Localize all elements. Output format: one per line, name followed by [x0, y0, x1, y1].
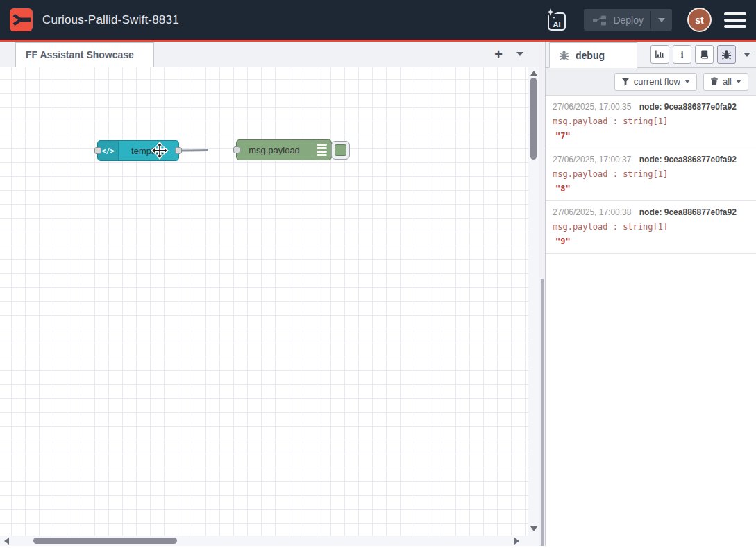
list-lines-icon: [312, 140, 331, 160]
chevron-down-icon: [516, 52, 523, 56]
scroll-left-arrow-icon[interactable]: [4, 538, 9, 545]
debug-message-meta: 27/06/2025, 17:00:38 node: 9cea886877e0f…: [553, 207, 749, 217]
wire-template-to-debug[interactable]: [180, 150, 208, 151]
debug-message-meta: 27/06/2025, 17:00:35 node: 9cea886877e0f…: [553, 102, 749, 112]
workspace-column: FF Assistant Showcase + </> template: [0, 42, 539, 546]
scroll-down-arrow-icon[interactable]: [530, 526, 537, 531]
sidebar-options-button[interactable]: [744, 53, 750, 57]
message-value: "8": [553, 184, 749, 194]
main-menu-button[interactable]: [724, 12, 746, 28]
main-area: FF Assistant Showcase + </> template: [0, 42, 756, 546]
chart-icon: [655, 49, 665, 60]
flow-list-button[interactable]: [516, 52, 523, 56]
trash-icon: [710, 77, 719, 86]
filter-label: current flow: [634, 76, 680, 87]
tab-actions: +: [494, 42, 539, 67]
dashboard-chart-button[interactable]: [650, 45, 669, 64]
flow-tab-active[interactable]: FF Assistant Showcase: [15, 42, 154, 67]
debug-message[interactable]: 27/06/2025, 17:00:37 node: 9cea886877e0f…: [546, 148, 756, 201]
sidebar: debug i: [546, 42, 756, 546]
node-debug[interactable]: msg.payload: [236, 139, 332, 160]
svg-text:i: i: [681, 49, 684, 60]
timestamp: 27/06/2025, 17:00:37: [553, 155, 631, 164]
node-id: node: 9cea886877e0fa92: [639, 155, 737, 164]
timestamp: 27/06/2025, 17:00:35: [553, 102, 631, 112]
deploy-options-button[interactable]: [650, 11, 672, 29]
horizontal-scroll-thumb[interactable]: [33, 538, 177, 544]
vertical-scrollbar[interactable]: [528, 67, 539, 536]
sidebar-tab-debug[interactable]: debug: [549, 42, 637, 68]
message-property[interactable]: msg.payload : string[1]: [553, 117, 749, 126]
debug-enable-toggle[interactable]: [331, 141, 350, 160]
flowfuse-logo: [10, 8, 33, 31]
avatar-initials: st: [695, 15, 703, 26]
book-icon: [699, 49, 709, 60]
help-book-button[interactable]: [695, 45, 714, 64]
output-port[interactable]: [175, 147, 182, 154]
vertical-scroll-thumb[interactable]: [530, 78, 537, 160]
hamburger-menu-icon: [724, 19, 746, 22]
message-value: "7": [553, 131, 749, 141]
input-port[interactable]: [94, 147, 101, 154]
deploy-nodes-icon: [592, 13, 607, 27]
scroll-right-arrow-icon[interactable]: [514, 538, 519, 545]
sidebar-tab-label: debug: [576, 50, 605, 61]
bug-icon: [721, 49, 732, 60]
input-port[interactable]: [233, 146, 240, 153]
instance-title: Curious-Pallid-Swift-8831: [42, 13, 179, 27]
chevron-down-icon: [744, 53, 750, 57]
debug-message[interactable]: 27/06/2025, 17:00:38 node: 9cea886877e0f…: [546, 201, 756, 254]
node-id: node: 9cea886877e0fa92: [639, 207, 737, 217]
add-flow-button[interactable]: +: [494, 47, 503, 61]
debug-tab-button[interactable]: [717, 45, 736, 64]
horizontal-scrollbar[interactable]: [0, 536, 539, 546]
clear-label: all: [723, 76, 732, 87]
splitter-grip: [541, 279, 544, 546]
flow-tab-label: FF Assistant Showcase: [26, 49, 134, 60]
deploy-label: Deploy: [613, 15, 644, 26]
debug-clear-button[interactable]: all: [703, 73, 748, 91]
debug-filter-button[interactable]: current flow: [614, 73, 697, 91]
scroll-up-arrow-icon[interactable]: [530, 71, 537, 76]
ai-icon-label: AI: [553, 20, 561, 28]
debug-message-meta: 27/06/2025, 17:00:37 node: 9cea886877e0f…: [553, 155, 749, 164]
node-label: template: [119, 141, 178, 160]
flow-tabbar: FF Assistant Showcase +: [0, 42, 539, 67]
sidebar-tabbar: debug i: [546, 42, 756, 68]
message-property[interactable]: msg.payload : string[1]: [553, 169, 749, 179]
ai-assistant-icon: AI: [542, 6, 570, 35]
info-icon: i: [677, 49, 687, 60]
debug-message-list[interactable]: 27/06/2025, 17:00:35 node: 9cea886877e0f…: [546, 96, 756, 546]
hamburger-menu-icon: [724, 12, 746, 15]
chevron-down-icon: [736, 80, 741, 83]
node-template[interactable]: </> template: [97, 140, 179, 161]
sidebar-icon-bar: i: [650, 42, 756, 67]
filter-icon: [621, 78, 630, 86]
deploy-button[interactable]: Deploy: [584, 9, 672, 31]
bug-icon: [559, 50, 569, 60]
chevron-down-icon: [658, 18, 665, 22]
message-value: "9": [553, 237, 749, 246]
app-header: Curious-Pallid-Swift-8831 AI Deploy st: [0, 0, 756, 42]
node-label: msg.payload: [237, 140, 312, 160]
ai-assistant-button[interactable]: AI: [542, 6, 570, 35]
sidebar-splitter[interactable]: [539, 42, 546, 546]
debug-toolbar: current flow all: [546, 68, 756, 96]
user-avatar[interactable]: st: [687, 8, 712, 32]
message-property[interactable]: msg.payload : string[1]: [553, 222, 749, 232]
info-button[interactable]: i: [673, 45, 691, 64]
hamburger-menu-icon: [724, 25, 746, 28]
flow-canvas[interactable]: </> template msg.payload: [0, 67, 539, 546]
debug-message[interactable]: 27/06/2025, 17:00:35 node: 9cea886877e0f…: [546, 96, 756, 148]
timestamp: 27/06/2025, 17:00:38: [553, 207, 631, 217]
node-id: node: 9cea886877e0fa92: [639, 102, 737, 112]
chevron-down-icon: [684, 80, 690, 83]
